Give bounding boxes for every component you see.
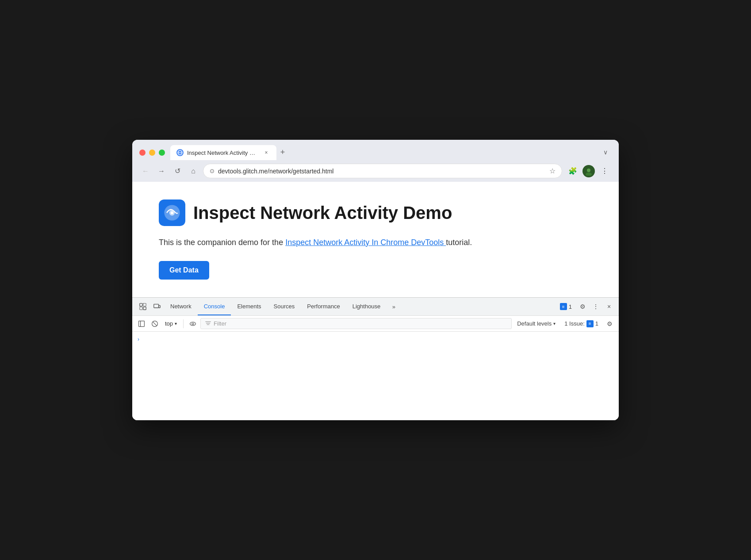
svg-rect-10 [140,307,142,310]
minimize-button[interactable] [149,150,155,156]
filter-icon [205,321,211,326]
filter-placeholder: Filter [214,320,226,327]
devtools-panel: Network Console Elements Sources Perform… [132,297,619,420]
avatar-button[interactable] [582,164,596,178]
svg-point-19 [192,323,194,325]
tab-favicon [176,149,184,156]
context-chevron-icon: ▾ [175,321,177,326]
svg-point-3 [587,169,590,172]
console-settings-button[interactable]: ⚙ [604,318,615,330]
title-bar: Inspect Network Activity Dem × + ∨ [132,140,619,160]
svg-rect-14 [139,321,145,326]
tab-bar: Inspect Network Activity Dem × + ∨ [170,145,612,160]
tab-elements[interactable]: Elements [231,298,267,315]
nav-bar: ← → ↺ ⌂ ⊙ devtools.glitch.me/network/get… [132,160,619,182]
console-context-label: top [165,320,173,327]
devtools-more-button[interactable]: ⋮ [590,300,602,313]
issues-count-icon: ≡ [586,320,594,327]
avatar [582,165,595,177]
console-sidebar-button[interactable] [136,318,147,330]
new-tab-button[interactable]: + [276,146,289,158]
maximize-button[interactable] [159,150,165,156]
console-eye-button[interactable] [187,318,199,330]
default-levels-label: Default levels [517,320,552,327]
window-controls [139,150,165,156]
responsive-tool-button[interactable] [150,298,164,315]
tab-chevron[interactable]: ∨ [599,146,612,158]
console-content: › [132,332,619,420]
more-tabs-button[interactable]: » [387,298,401,315]
address-security-icon: ⊙ [210,168,215,174]
url-display: devtools.glitch.me/network/getstarted.ht… [218,168,546,175]
issues-count-button[interactable]: 1 Issue: ≡ 1 [561,318,602,329]
active-tab[interactable]: Inspect Network Activity Dem × [170,145,276,160]
console-context-selector[interactable]: top ▾ [162,318,180,329]
bookmark-icon[interactable]: ☆ [549,167,556,175]
devtools-link[interactable]: Inspect Network Activity In Chrome DevTo… [285,238,446,247]
back-button[interactable]: ← [139,165,152,177]
inspector-tool-button[interactable] [136,298,150,315]
description-suffix: tutorial. [446,238,472,247]
console-filter-bar[interactable]: Filter [200,318,512,329]
page-heading: Inspect Network Activity Demo [159,199,592,226]
toolbar-divider [183,319,184,328]
nav-actions: 🧩 ⋮ [566,164,612,178]
issue-icon: ≡ [560,303,567,310]
address-bar[interactable]: ⊙ devtools.glitch.me/network/getstarted.… [203,164,562,178]
console-clear-button[interactable] [149,318,161,330]
devtools-settings-button[interactable]: ⚙ [576,300,589,313]
svg-point-4 [586,173,592,176]
console-toolbar: top ▾ Filter Default levels ▾ [132,316,619,332]
issues-text: 1 Issue: [564,320,585,327]
reload-button[interactable]: ↺ [171,165,184,177]
forward-button[interactable]: → [155,165,168,177]
tab-sources[interactable]: Sources [268,298,301,315]
levels-chevron-icon: ▾ [553,321,556,326]
svg-rect-13 [159,305,161,307]
svg-line-17 [153,322,157,326]
home-button[interactable]: ⌂ [187,165,199,177]
devtools-close-button[interactable]: × [603,300,615,313]
tab-close-button[interactable]: × [262,149,270,157]
svg-point-7 [171,211,173,214]
issues-badge[interactable]: ≡ 1 [556,301,575,312]
svg-rect-9 [143,303,146,306]
svg-point-18 [190,322,196,326]
page-description: This is the companion demo for the Inspe… [159,237,592,249]
devtools-actions: ≡ 1 ⚙ ⋮ × [556,300,615,313]
extension-button[interactable]: 🧩 [566,164,580,178]
default-levels-button[interactable]: Default levels ▾ [513,318,559,329]
get-data-button[interactable]: Get Data [159,261,209,280]
close-button[interactable] [139,150,146,156]
page-title: Inspect Network Activity Demo [193,203,452,223]
tab-console[interactable]: Console [198,298,231,315]
description-prefix: This is the companion demo for the [159,238,285,247]
more-menu-button[interactable]: ⋮ [598,164,612,178]
tab-network[interactable]: Network [164,298,198,315]
issues-number: 1 [595,320,598,327]
issue-count: 1 [569,303,572,310]
svg-rect-8 [140,303,142,306]
svg-rect-11 [143,307,146,310]
console-prompt[interactable]: › [136,335,615,343]
tab-lighthouse[interactable]: Lighthouse [346,298,387,315]
tab-performance[interactable]: Performance [301,298,346,315]
devtools-tab-bar: Network Console Elements Sources Perform… [132,298,619,316]
page-content: Inspect Network Activity Demo This is th… [132,182,619,297]
tab-title: Inspect Network Activity Dem [187,150,259,156]
svg-rect-12 [154,304,159,308]
browser-window: Inspect Network Activity Dem × + ∨ ← → ↺… [132,140,619,420]
glitch-logo [159,199,185,226]
